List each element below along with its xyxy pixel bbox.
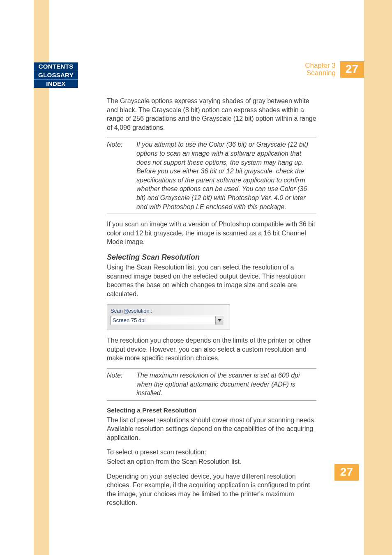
chapter-title: Scanning <box>305 69 336 77</box>
label-prefix: Scan <box>111 308 124 314</box>
note-block-2: Note: The maximum resolution of the scan… <box>107 368 316 401</box>
right-margin-stripe <box>364 0 392 555</box>
paragraph-grayscale-intro: The Grayscale options express varying sh… <box>107 97 316 132</box>
page-header: Chapter 3 Scanning 27 <box>107 61 364 78</box>
scan-resolution-widget: Scan Resolution : Screen 75 dpi <box>107 304 230 330</box>
glossary-button[interactable]: GLOSSARY <box>34 71 78 79</box>
heading-preset-resolution: Selecting a Preset Resolution <box>107 406 316 415</box>
heading-scan-resolution: Selecting Scan Resolution <box>107 252 316 262</box>
scan-resolution-label: Scan Resolution : <box>111 307 226 315</box>
paragraph-photoshop-compat: If you scan an image with a version of P… <box>107 220 316 246</box>
note-label: Note: <box>107 140 136 211</box>
paragraph-device-choices: Depending on your selected device, you h… <box>107 472 316 507</box>
label-accel: R <box>124 308 128 314</box>
chapter-number: Chapter 3 <box>305 62 336 69</box>
paragraph-preset-intro: The list of preset resolutions should co… <box>107 416 316 442</box>
note-text: If you attempt to use the Color (36 bit)… <box>136 140 316 211</box>
scan-resolution-select[interactable]: Screen 75 dpi <box>111 316 224 325</box>
page-number-bottom: 27 <box>334 464 359 481</box>
nav-button-group: CONTENTS GLOSSARY INDEX <box>34 62 78 88</box>
paragraph-scanres-intro: Using the Scan Resolution list, you can … <box>107 263 316 298</box>
paragraph-select-option: Select an option from the Scan Resolutio… <box>107 457 316 466</box>
contents-button[interactable]: CONTENTS <box>34 62 78 71</box>
scan-resolution-value: Screen 75 dpi <box>111 316 215 325</box>
heading-select-step: To select a preset scan resolution: <box>107 448 316 457</box>
chapter-label: Chapter 3 Scanning <box>305 62 336 77</box>
main-content: The Grayscale options express varying sh… <box>107 97 316 513</box>
note-label-2: Note: <box>107 371 136 398</box>
label-suffix: esolution : <box>128 308 152 314</box>
note-text-2: The maximum resolution of the scanner is… <box>136 371 316 398</box>
svg-marker-0 <box>218 319 221 322</box>
dropdown-button[interactable] <box>215 316 223 325</box>
paragraph-resolution-limits: The resolution you choose depends on the… <box>107 336 316 363</box>
chevron-down-icon <box>218 319 221 322</box>
note-block-1: Note: If you attempt to use the Color (3… <box>107 138 316 214</box>
page-number-top: 27 <box>340 61 364 78</box>
index-button[interactable]: INDEX <box>34 79 78 88</box>
